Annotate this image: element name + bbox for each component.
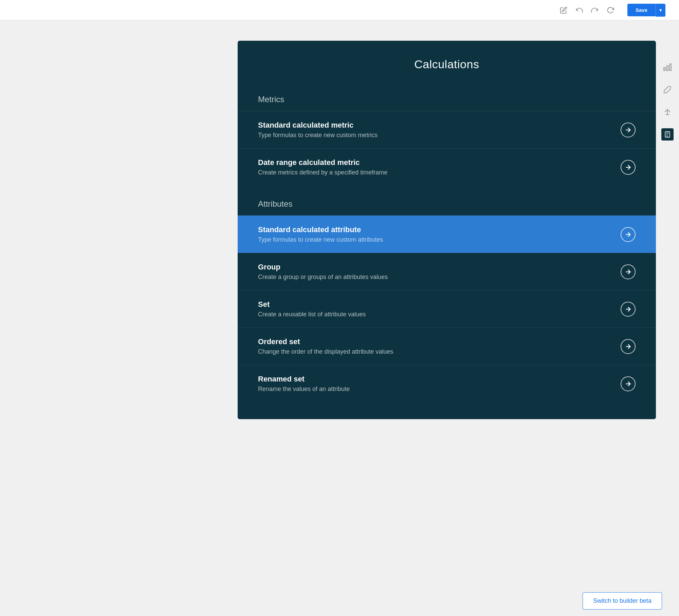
set-desc: Create a reusable list of attribute valu…: [258, 311, 366, 318]
date-range-calculated-metric-desc: Create metrics defined by a specified ti…: [258, 169, 387, 176]
svg-rect-7: [669, 64, 671, 71]
standard-calculated-metric-item[interactable]: Standard calculated metric Type formulas…: [238, 111, 656, 148]
set-title: Set: [258, 300, 366, 309]
right-sidebar: [656, 41, 679, 419]
switch-to-builder-beta-button[interactable]: Switch to builder beta: [583, 592, 662, 610]
set-item[interactable]: Set Create a reusable list of attribute …: [238, 290, 656, 328]
sort-icon[interactable]: [661, 106, 674, 118]
undo-icon[interactable]: [574, 5, 584, 15]
bottom-bar: Switch to builder beta: [0, 585, 679, 616]
brush-icon[interactable]: [661, 83, 674, 96]
save-button[interactable]: Save: [627, 4, 656, 16]
svg-rect-8: [667, 66, 668, 71]
date-range-calculated-metric-title: Date range calculated metric: [258, 158, 387, 167]
standard-calculated-attribute-arrow: [621, 227, 636, 242]
date-range-calculated-metric-item[interactable]: Date range calculated metric Create metr…: [238, 148, 656, 186]
save-button-group[interactable]: Save ▾: [627, 4, 665, 17]
standard-calculated-attribute-desc: Type formulas to create new custom attri…: [258, 236, 383, 243]
toolbar: Save ▾: [0, 0, 679, 20]
ordered-set-item[interactable]: Ordered set Change the order of the disp…: [238, 328, 656, 365]
set-arrow: [621, 302, 636, 317]
calculations-panel: Calculations Metrics Standard calculated…: [238, 41, 656, 419]
group-item[interactable]: Group Create a group or groups of an att…: [238, 253, 656, 290]
standard-calculated-metric-desc: Type formulas to create new custom metri…: [258, 132, 378, 139]
standard-calculated-metric-title: Standard calculated metric: [258, 121, 378, 130]
renamed-set-arrow: [621, 376, 636, 391]
group-title: Group: [258, 263, 388, 272]
edit-icon[interactable]: [559, 5, 568, 15]
renamed-set-desc: Rename the values of an attribute: [258, 386, 350, 393]
svg-rect-9: [664, 68, 665, 71]
attributes-section-label: Attributes: [238, 192, 656, 216]
refresh-icon[interactable]: [606, 5, 615, 15]
bar-chart-icon[interactable]: [661, 61, 674, 73]
renamed-set-title: Renamed set: [258, 375, 350, 384]
group-arrow: [621, 264, 636, 279]
standard-calculated-attribute-item[interactable]: Standard calculated attribute Type formu…: [238, 216, 656, 253]
metrics-section-label: Metrics: [238, 88, 656, 111]
save-dropdown-button[interactable]: ▾: [656, 4, 665, 17]
date-range-calculated-metric-arrow: [621, 160, 636, 175]
toolbar-icons: [559, 5, 615, 15]
ordered-set-desc: Change the order of the displayed attrib…: [258, 348, 393, 355]
calculator-icon[interactable]: [661, 128, 674, 141]
main-content: Calculations Metrics Standard calculated…: [0, 20, 679, 419]
redo-icon[interactable]: [590, 5, 600, 15]
renamed-set-item[interactable]: Renamed set Rename the values of an attr…: [238, 365, 656, 402]
group-desc: Create a group or groups of an attribute…: [258, 274, 388, 281]
left-spacer: [0, 41, 238, 419]
standard-calculated-metric-arrow: [621, 123, 636, 137]
panel-title: Calculations: [238, 58, 656, 71]
ordered-set-arrow: [621, 339, 636, 354]
standard-calculated-attribute-title: Standard calculated attribute: [258, 225, 383, 234]
ordered-set-title: Ordered set: [258, 337, 393, 346]
